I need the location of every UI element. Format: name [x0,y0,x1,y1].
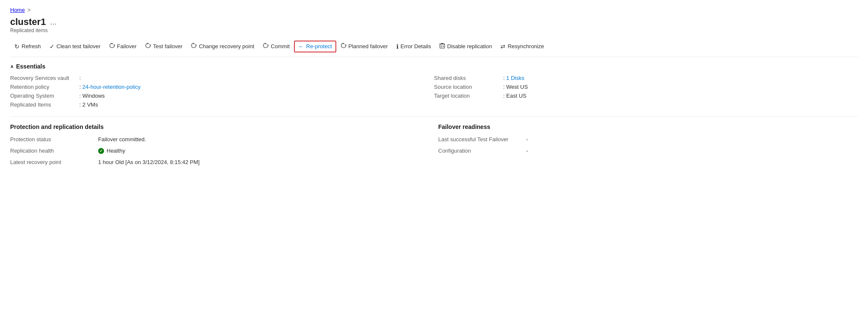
planned-failover-icon [341,43,346,50]
essentials-label-os: Operating System [10,93,78,99]
configuration-row: Configuration - [438,148,858,154]
essentials-label-shared-disks: Shared disks [434,75,502,81]
change-recovery-point-label: Change recovery point [199,43,254,49]
toolbar: ↻ Refresh ✓ Clean test failover Failover [10,40,858,57]
refresh-label: Refresh [22,43,41,49]
breadcrumb-separator: > [27,7,31,13]
essentials-row-replicated: Replicated Items : 2 VMs [10,101,434,108]
failover-icon [109,43,115,50]
clean-test-failover-button[interactable]: ✓ Clean test failover [45,41,105,52]
clean-test-failover-label: Clean test failover [57,43,101,49]
essentials-row-retention: Retention policy : 24-hour-retention-pol… [10,84,434,90]
resynchronize-button[interactable]: ⇄ Resynchronize [496,41,548,52]
refresh-button[interactable]: ↻ Refresh [10,41,45,52]
configuration-label: Configuration [438,148,523,154]
essentials-row-vault: Recovery Services vault : [10,75,434,81]
replication-health-row: Replication health Healthy [10,148,430,154]
breadcrumb: Home > [10,7,858,13]
essentials-left: Recovery Services vault : Retention poli… [10,75,434,108]
essentials-value-replicated: : 2 VMs [78,101,98,108]
essentials-section-header: ∧ Essentials [10,63,858,70]
recovery-point-row: Latest recovery point 1 hour Old [As on … [10,159,430,165]
protection-details-title: Protection and replication details [10,123,430,130]
essentials-label-vault: Recovery Services vault [10,75,78,81]
commit-button[interactable]: Commit [258,40,294,52]
failover-button[interactable]: Failover [105,40,141,52]
test-failover-icon [145,43,151,50]
essentials-grid: Recovery Services vault : Retention poli… [10,75,858,108]
protection-status-value: Failover committed. [98,136,430,142]
essentials-value-source: : West US [502,84,528,90]
page-title: cluster1 [10,16,46,27]
protection-details-block: Protection and replication details Prote… [10,123,430,170]
refresh-icon: ↻ [14,43,19,50]
failover-readiness-title: Failover readiness [438,123,858,130]
resynchronize-label: Resynchronize [508,43,544,49]
disable-replication-label: Disable replication [447,43,492,49]
page-title-ellipsis[interactable]: ... [50,18,56,27]
disable-replication-button[interactable]: Disable replication [435,40,496,52]
test-failover-button[interactable]: Test failover [141,40,187,52]
re-protect-label: Re-protect [306,43,332,49]
essentials-label-replicated: Replicated Items [10,101,78,108]
info-icon: ℹ [396,43,398,50]
health-indicator: Healthy [98,148,430,154]
page-subtitle: Replicated items [10,27,858,33]
essentials-row-target: Target location : East US [434,93,858,99]
commit-label: Commit [271,43,290,49]
error-details-button[interactable]: ℹ Error Details [392,41,435,52]
trash-icon [439,43,445,50]
section-divider [10,116,858,117]
svg-rect-0 [440,44,445,48]
essentials-value-vault: : [78,75,81,81]
change-recovery-icon [191,43,197,50]
essentials-title: Essentials [16,63,45,70]
last-test-failover-value: - [526,136,858,142]
recovery-point-value: 1 hour Old [As on 3/12/2024, 8:15:42 PM] [98,159,430,165]
change-recovery-point-button[interactable]: Change recovery point [187,40,258,52]
health-text: Healthy [107,148,125,154]
essentials-label-retention: Retention policy [10,84,78,90]
recovery-point-label: Latest recovery point [10,159,95,165]
page-title-container: cluster1 ... [10,16,858,27]
protection-status-row: Protection status Failover committed. [10,136,430,142]
shared-disks-link[interactable]: 1 Disks [506,75,525,81]
last-test-failover-label: Last successful Test Failover [438,136,523,142]
failover-label: Failover [117,43,137,49]
breadcrumb-home[interactable]: Home [10,7,25,13]
essentials-value-retention: : 24-hour-retention-policy [78,84,140,90]
check-icon: ✓ [49,43,55,50]
retention-policy-link[interactable]: 24-hour-retention-policy [82,84,140,90]
essentials-label-target: Target location [434,93,502,99]
configuration-value: - [526,148,858,154]
re-protect-button[interactable]: ← Re-protect [294,41,336,52]
essentials-chevron[interactable]: ∧ [10,64,14,69]
last-test-failover-row: Last successful Test Failover - [438,136,858,142]
re-protect-icon: ← [298,43,304,50]
resync-icon: ⇄ [500,43,505,50]
essentials-right: Shared disks : 1 Disks Source location :… [434,75,858,108]
essentials-label-source: Source location [434,84,502,90]
essentials-row-shared-disks: Shared disks : 1 Disks [434,75,858,81]
details-section: Protection and replication details Prote… [10,123,858,170]
essentials-value-os: : Windows [78,93,105,99]
protection-status-label: Protection status [10,136,95,142]
failover-readiness-block: Failover readiness Last successful Test … [438,123,858,170]
replication-health-label: Replication health [10,148,95,154]
planned-failover-label: Planned failover [349,43,388,49]
test-failover-label: Test failover [153,43,182,49]
planned-failover-button[interactable]: Planned failover [336,40,392,52]
essentials-value-target: : East US [502,93,527,99]
essentials-row-os: Operating System : Windows [10,93,434,99]
error-details-label: Error Details [401,43,431,49]
replication-health-value: Healthy [98,148,430,154]
essentials-row-source: Source location : West US [434,84,858,90]
health-icon [98,148,104,154]
essentials-value-shared-disks: : 1 Disks [502,75,524,81]
commit-icon [263,43,269,50]
